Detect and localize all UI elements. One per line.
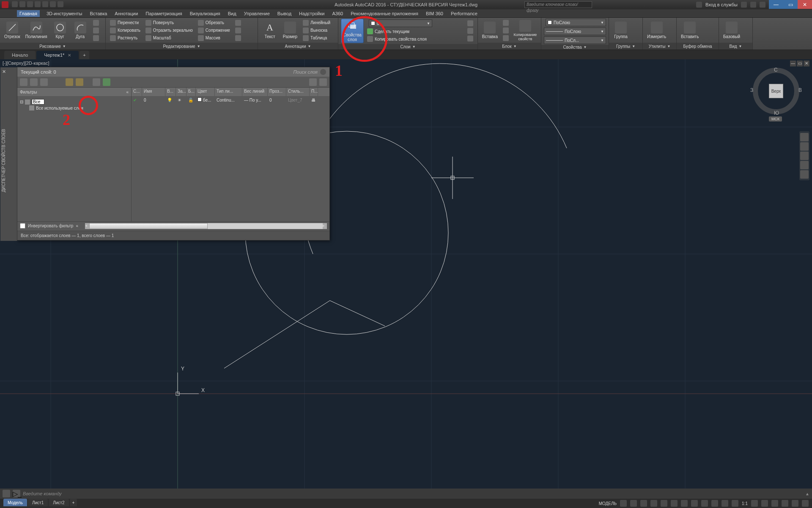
- qat-btn[interactable]: [35, 1, 41, 7]
- modify-small[interactable]: [233, 19, 243, 26]
- leader-button[interactable]: Выноска: [301, 27, 332, 34]
- help-icon[interactable]: [760, 2, 765, 8]
- modify-small[interactable]: [233, 27, 243, 34]
- delete-layer-icon[interactable]: [93, 78, 100, 86]
- polyline-button[interactable]: Полилиния: [24, 21, 49, 40]
- trim-button[interactable]: Обрезать: [196, 19, 232, 26]
- close-icon[interactable]: ✕: [68, 53, 71, 58]
- layer-properties-button[interactable]: Свойства слоя: [341, 19, 364, 43]
- block-small[interactable]: [501, 35, 510, 41]
- maximize-button[interactable]: ▭: [783, 0, 798, 9]
- draw-small[interactable]: [91, 27, 101, 34]
- qat-btn[interactable]: [58, 1, 63, 7]
- qat-btn[interactable]: [12, 1, 18, 7]
- rotate-button[interactable]: Повернуть: [144, 19, 195, 26]
- tab-a360[interactable]: A360: [331, 10, 344, 17]
- tab-featured[interactable]: Рекомендованные приложения: [350, 10, 419, 17]
- app-icon[interactable]: [2, 1, 8, 8]
- scale-button[interactable]: Масштаб: [144, 35, 195, 41]
- new-layer-icon[interactable]: [66, 78, 73, 86]
- search-input[interactable]: Введите ключевое слово/фразу: [524, 1, 592, 8]
- qat-btn[interactable]: [27, 1, 33, 7]
- fillet-button[interactable]: Сопряжение: [196, 27, 232, 34]
- status-icon[interactable]: [681, 500, 688, 507]
- status-icon[interactable]: [661, 500, 667, 507]
- status-icon[interactable]: [751, 500, 758, 507]
- close-button[interactable]: ✕: [798, 0, 812, 9]
- layer-row-0[interactable]: ✔ 0 💡 ☀ 🔓 бе... Continu... — По у... 0 Ц…: [132, 96, 329, 104]
- tab-annotate[interactable]: Аннотации: [114, 10, 139, 17]
- lp-tb-icon[interactable]: [20, 78, 27, 86]
- dimension-button[interactable]: Размер: [281, 21, 299, 40]
- lp-tb-icon[interactable]: [30, 78, 38, 86]
- search-icon[interactable]: [320, 69, 326, 75]
- qat-btn[interactable]: [50, 1, 56, 7]
- status-icon[interactable]: [721, 500, 728, 507]
- mirror-button[interactable]: Отразить зеркально: [144, 27, 195, 34]
- model-space-label[interactable]: МОДЕЛЬ: [599, 501, 617, 506]
- collapse-icon[interactable]: «: [76, 224, 78, 228]
- modify-small[interactable]: [233, 35, 243, 41]
- table-button[interactable]: Таблица: [301, 35, 332, 41]
- status-icon[interactable]: [650, 500, 657, 507]
- tab-insert[interactable]: Вставка: [89, 10, 108, 17]
- lineweight-combo[interactable]: ПоСлою▼: [544, 28, 606, 35]
- linear-dim-button[interactable]: Линейный: [301, 19, 332, 26]
- base-view-button[interactable]: Базовый: [721, 21, 742, 40]
- line-button[interactable]: Отрезок: [3, 21, 22, 40]
- status-icon[interactable]: [620, 500, 627, 507]
- status-icon[interactable]: [732, 500, 738, 507]
- circle-button[interactable]: Круг: [51, 21, 69, 40]
- exchange-icon[interactable]: [741, 2, 747, 8]
- status-icon[interactable]: [792, 500, 798, 507]
- tab-visualize[interactable]: Визуализация: [189, 10, 221, 17]
- insert-block-button[interactable]: Вставка: [480, 21, 499, 40]
- qat-btn[interactable]: [42, 1, 48, 7]
- status-icon[interactable]: [630, 500, 637, 507]
- status-icon[interactable]: [782, 500, 788, 507]
- status-icon[interactable]: [640, 500, 647, 507]
- tab-home[interactable]: Главная: [17, 10, 40, 17]
- tab-manage[interactable]: Управление: [243, 10, 271, 17]
- layer-small[interactable]: [466, 35, 475, 42]
- tab-addins[interactable]: Надстройки: [298, 10, 325, 17]
- tab-performance[interactable]: Performance: [450, 10, 478, 17]
- layer-small[interactable]: [466, 20, 475, 27]
- invert-filter-checkbox[interactable]: [20, 223, 25, 229]
- move-button[interactable]: Перенести: [108, 19, 142, 26]
- lp-search-input[interactable]: Поиск слоя: [267, 69, 318, 75]
- wcs-label[interactable]: МСК: [769, 116, 782, 121]
- tab-view[interactable]: Вид: [227, 10, 237, 17]
- status-icon[interactable]: [711, 500, 718, 507]
- draw-small[interactable]: [91, 19, 101, 26]
- match-layer-button[interactable]: Копировать свойства слоя: [365, 36, 464, 42]
- status-icon[interactable]: [761, 500, 768, 507]
- stretch-button[interactable]: Растянуть: [108, 35, 142, 41]
- tab-output[interactable]: Вывод: [277, 10, 292, 17]
- tab-document[interactable]: Чертеж1*✕: [36, 51, 79, 59]
- tab-parametric[interactable]: Параметризация: [145, 10, 183, 17]
- signin-icon[interactable]: [696, 2, 702, 8]
- status-icon[interactable]: [771, 500, 778, 507]
- qat-btn[interactable]: [19, 1, 25, 7]
- measure-button[interactable]: Измерить: [645, 21, 668, 40]
- nav-pan-icon[interactable]: [800, 142, 809, 151]
- tab-start[interactable]: Начало: [4, 51, 36, 59]
- tree-all-input[interactable]: [32, 99, 44, 105]
- tab-3d[interactable]: 3D-инструменты: [46, 10, 83, 17]
- group-button[interactable]: Группа: [612, 21, 630, 40]
- status-icon[interactable]: [802, 500, 809, 507]
- tree-node-all[interactable]: ⊟: [20, 99, 129, 105]
- tree-node-used[interactable]: Все используемые слои: [20, 105, 129, 111]
- lp-hscroll[interactable]: ◂▸: [85, 223, 327, 229]
- copy-button[interactable]: Копировать: [108, 27, 142, 34]
- minimize-button[interactable]: —: [769, 0, 783, 9]
- lp-tb-icon[interactable]: [40, 78, 48, 86]
- array-button[interactable]: Массив: [196, 35, 232, 41]
- layout-tab-sheet1[interactable]: Лист1: [28, 499, 48, 506]
- cmd-expand-icon[interactable]: ▲: [805, 491, 809, 496]
- cmd-history-icon[interactable]: [3, 490, 10, 497]
- nav-orbit-icon[interactable]: [800, 161, 809, 169]
- make-current-button[interactable]: Сделать текущим: [365, 28, 464, 35]
- nav-zoom-icon[interactable]: [800, 152, 809, 160]
